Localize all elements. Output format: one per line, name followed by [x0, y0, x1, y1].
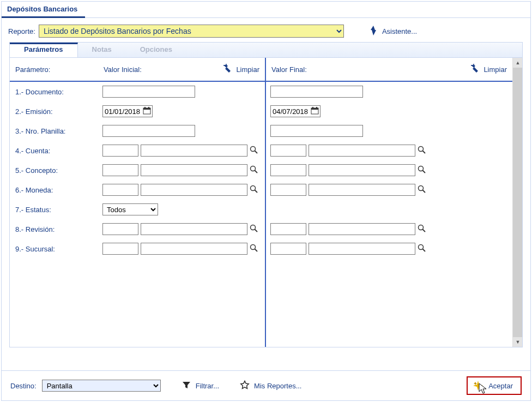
concepto-final-desc[interactable] — [309, 164, 415, 176]
svg-point-6 — [251, 147, 256, 152]
revision-final-desc[interactable] — [309, 223, 415, 235]
svg-point-10 — [251, 186, 256, 191]
svg-point-8 — [251, 166, 256, 171]
destino-select[interactable]: Pantalla — [42, 380, 161, 392]
moneda-inicial-code[interactable] — [102, 184, 138, 196]
svg-line-11 — [255, 190, 258, 193]
revision-inicial-search-icon[interactable] — [250, 224, 258, 234]
limpiar-final-label: Limpiar — [483, 65, 507, 74]
sucursal-inicial-desc[interactable] — [141, 243, 247, 255]
sucursal-inicial-search-icon[interactable] — [250, 244, 258, 254]
param-label-nro-planilla: 3.- Nro. Planilla: — [10, 121, 98, 141]
revision-final-search-icon[interactable] — [418, 224, 426, 234]
concepto-inicial-search-icon[interactable] — [250, 165, 258, 175]
sparkle-icon — [472, 380, 484, 392]
svg-marker-32 — [473, 381, 483, 391]
svg-point-0 — [223, 65, 225, 66]
destino-label: Destino: — [10, 382, 37, 390]
svg-point-24 — [419, 166, 424, 171]
moneda-inicial-desc[interactable] — [141, 184, 247, 196]
header-parametro: Parámetro: — [10, 58, 98, 82]
param-label-revision: 8.- Revisión: — [10, 219, 98, 239]
sucursal-inicial-code[interactable] — [102, 243, 138, 255]
concepto-inicial-code[interactable] — [102, 164, 138, 176]
param-label-estatus: 7.- Estatus: — [10, 200, 98, 219]
broom-icon — [469, 64, 480, 75]
aceptar-button[interactable]: Aceptar — [467, 376, 522, 395]
limpiar-inicial-button[interactable]: Limpiar — [222, 64, 259, 75]
emision-inicial-input[interactable] — [102, 105, 153, 117]
svg-line-25 — [423, 171, 426, 173]
svg-point-28 — [419, 225, 424, 230]
concepto-final-search-icon[interactable] — [418, 165, 426, 175]
param-label-cuenta: 4.- Cuenta: — [10, 141, 98, 160]
concepto-inicial-desc[interactable] — [141, 164, 247, 176]
concepto-final-code[interactable] — [270, 164, 306, 176]
sucursal-final-desc[interactable] — [309, 243, 415, 255]
cuenta-final-search-icon[interactable] — [418, 146, 426, 155]
svg-point-16 — [471, 65, 472, 66]
svg-line-27 — [423, 190, 426, 193]
svg-point-26 — [419, 186, 424, 191]
svg-point-1 — [226, 64, 227, 65]
report-label: Reporte: — [8, 27, 35, 35]
cuenta-final-code[interactable] — [270, 145, 306, 157]
cuenta-inicial-desc[interactable] — [141, 145, 247, 157]
header-valor-final: Valor Final: — [271, 65, 307, 74]
revision-inicial-code[interactable] — [102, 223, 138, 235]
documento-inicial-input[interactable] — [102, 86, 195, 98]
tab-parametros[interactable]: Parámetros — [10, 43, 78, 57]
estatus-select[interactable]: Todos — [102, 203, 158, 215]
moneda-inicial-search-icon[interactable] — [250, 185, 258, 195]
star-icon — [240, 380, 250, 392]
wizard-icon — [369, 26, 378, 37]
svg-line-13 — [255, 230, 258, 232]
cuenta-inicial-code[interactable] — [102, 145, 138, 157]
svg-point-30 — [419, 245, 424, 250]
param-label-emision: 2.- Emisión: — [10, 101, 98, 121]
param-label-moneda: 6.- Moneda: — [10, 180, 98, 200]
svg-line-15 — [255, 249, 258, 252]
revision-final-code[interactable] — [270, 223, 306, 235]
sucursal-final-search-icon[interactable] — [418, 244, 426, 254]
limpiar-final-button[interactable]: Limpiar — [469, 64, 507, 75]
report-select[interactable]: Listado de Depósitos Bancarios por Fecha… — [39, 25, 344, 38]
svg-point-14 — [251, 245, 256, 250]
svg-point-17 — [473, 64, 474, 65]
planilla-inicial-input[interactable] — [102, 125, 195, 137]
revision-inicial-desc[interactable] — [141, 223, 247, 235]
filtrar-label: Filtrar... — [196, 382, 219, 390]
param-label-concepto: 5.- Concepto: — [10, 160, 98, 180]
svg-marker-33 — [474, 382, 477, 385]
mis-reportes-label: Mis Reportes... — [254, 382, 301, 390]
filtrar-button[interactable]: Filtrar... — [182, 380, 219, 392]
scroll-down-icon[interactable]: ▼ — [513, 337, 522, 347]
assistant-link[interactable]: Asistente... — [369, 26, 417, 37]
assistant-label: Asistente... — [382, 27, 417, 35]
tab-notas[interactable]: Notas — [78, 43, 126, 57]
svg-point-22 — [419, 147, 424, 152]
scroll-up-icon[interactable]: ▲ — [513, 58, 522, 68]
param-label-sucursal: 9.- Sucursal: — [10, 239, 98, 259]
documento-final-input[interactable] — [270, 86, 363, 98]
broom-icon — [222, 64, 233, 75]
mis-reportes-button[interactable]: Mis Reportes... — [240, 380, 301, 392]
emision-final-input[interactable] — [270, 105, 321, 117]
planilla-final-input[interactable] — [270, 125, 363, 137]
svg-line-23 — [423, 151, 426, 154]
cuenta-final-desc[interactable] — [309, 145, 415, 157]
scroll-thumb[interactable] — [513, 68, 522, 337]
moneda-final-desc[interactable] — [309, 184, 415, 196]
svg-line-31 — [423, 249, 426, 252]
page-title: Depósitos Bancarios — [2, 2, 85, 18]
tabs-bar: Parámetros Notas Opciones — [10, 43, 522, 58]
moneda-final-code[interactable] — [270, 184, 306, 196]
svg-point-12 — [251, 225, 256, 230]
tab-opciones[interactable]: Opciones — [126, 43, 186, 57]
cuenta-inicial-search-icon[interactable] — [250, 146, 258, 155]
moneda-final-search-icon[interactable] — [418, 185, 426, 195]
aceptar-label: Aceptar — [488, 382, 513, 390]
sucursal-final-code[interactable] — [270, 243, 306, 255]
header-valor-inicial: Valor Inicial: — [104, 65, 142, 74]
scrollbar[interactable]: ▲ ▼ — [512, 58, 522, 347]
